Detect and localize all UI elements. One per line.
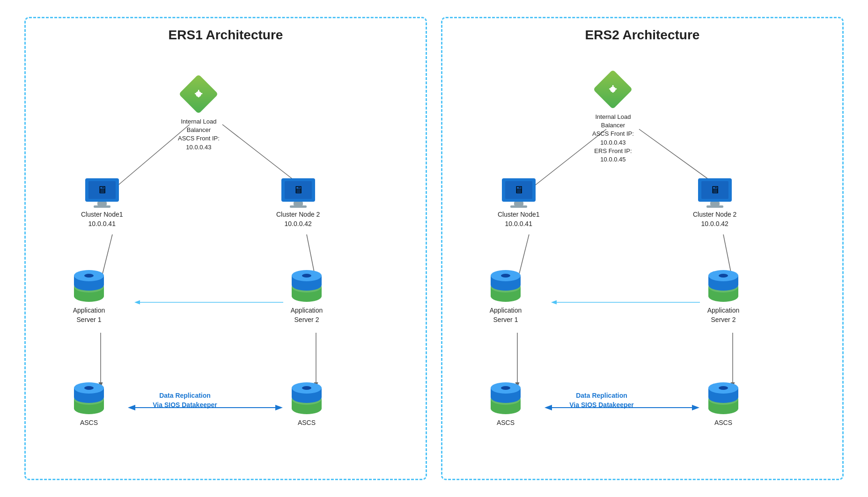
ers2-appserver1-icon — [487, 267, 524, 302]
ers1-lb: ✛ Internal Load Balancer ASCS Front IP: … — [178, 75, 220, 152]
ers2-appserver2: Application Server 2 — [705, 267, 742, 324]
ers1-ascs1: ASCS — [70, 380, 108, 428]
ers2-node2: 🖥 Cluster Node 2 10.0.0.42 — [693, 178, 736, 228]
ers1-appserver2-label: Application Server 2 — [291, 306, 323, 324]
ers1-appserver2-icon — [288, 267, 325, 302]
ers2-title: ERS2 Architecture — [456, 28, 828, 43]
svg-point-57 — [719, 274, 728, 278]
ers2-appserver1-label: Application Server 1 — [490, 306, 522, 324]
ers2-appserver2-label: Application Server 2 — [707, 306, 740, 324]
ers1-ascs2-label: ASCS — [298, 418, 316, 428]
ers1-lb-label: Internal Load Balancer ASCS Front IP: 10… — [178, 117, 220, 152]
ers1-ascs1-icon — [70, 380, 108, 415]
svg-point-28 — [84, 386, 94, 390]
ers1-node1: 🖥 Cluster Node1 10.0.0.41 — [81, 178, 123, 228]
ers1-node2-label: Cluster Node 2 10.0.0.42 — [276, 210, 320, 228]
ers1-ascs1-label: ASCS — [80, 418, 98, 428]
ers2-lb-label: Internal Load Balancer ASCS Front IP: 10… — [592, 113, 634, 164]
svg-point-14 — [84, 274, 94, 278]
ers2-appserver1: Application Server 1 — [487, 267, 524, 324]
ers2-node1: 🖥 Cluster Node1 10.0.0.41 — [498, 178, 540, 228]
ers2-lb: ✛ Internal Load Balancer ASCS Front IP: … — [592, 71, 634, 164]
ers2-lb-icon: ✛ — [594, 71, 632, 108]
ers1-node2-icon: 🖥 — [281, 178, 315, 206]
ers2-node1-label: Cluster Node1 10.0.0.41 — [498, 210, 540, 228]
ers1-node1-label: Cluster Node1 10.0.0.41 — [81, 210, 123, 228]
ers1-ascs2: ASCS — [288, 380, 325, 428]
ers1-data-rep: Data Replication Via SIOS Datakeeper — [143, 391, 227, 409]
ers1-appserver1: Application Server 1 — [70, 267, 108, 324]
ers2-box: ERS2 Architecture — [441, 17, 844, 480]
svg-point-71 — [719, 386, 728, 390]
ers2-ascs2-label: ASCS — [714, 418, 732, 428]
ers1-diagram: ✛ Internal Load Balancer ASCS Front IP: … — [40, 52, 412, 473]
ers1-appserver1-label: Application Server 1 — [73, 306, 105, 324]
svg-point-64 — [501, 386, 510, 390]
svg-point-21 — [302, 274, 311, 278]
page-container: ERS1 Architecture — [0, 0, 868, 497]
ers1-node2: 🖥 Cluster Node 2 10.0.0.42 — [276, 178, 320, 228]
ers1-title: ERS1 Architecture — [40, 28, 412, 43]
ers2-ascs1-icon — [487, 380, 524, 415]
ers1-appserver1-icon — [70, 267, 108, 302]
ers2-data-rep: Data Replication Via SIOS Datakeeper — [559, 391, 644, 409]
ers2-node2-label: Cluster Node 2 10.0.0.42 — [693, 210, 736, 228]
ers2-appserver2-icon — [705, 267, 742, 302]
ers1-node1-icon: 🖥 — [85, 178, 119, 206]
svg-point-50 — [501, 274, 510, 278]
svg-point-35 — [302, 386, 311, 390]
ers2-ascs2-icon — [705, 380, 742, 415]
ers2-node2-icon: 🖥 — [698, 178, 732, 206]
ers1-lb-icon: ✛ — [180, 75, 217, 113]
ers1-box: ERS1 Architecture — [24, 17, 427, 480]
ers2-node1-icon: 🖥 — [502, 178, 536, 206]
ers1-appserver2: Application Server 2 — [288, 267, 325, 324]
ers2-ascs1: ASCS — [487, 380, 524, 428]
ers2-diagram: ✛ Internal Load Balancer ASCS Front IP: … — [456, 52, 828, 473]
ers2-ascs2: ASCS — [705, 380, 742, 428]
ers1-ascs2-icon — [288, 380, 325, 415]
ers2-ascs1-label: ASCS — [497, 418, 515, 428]
